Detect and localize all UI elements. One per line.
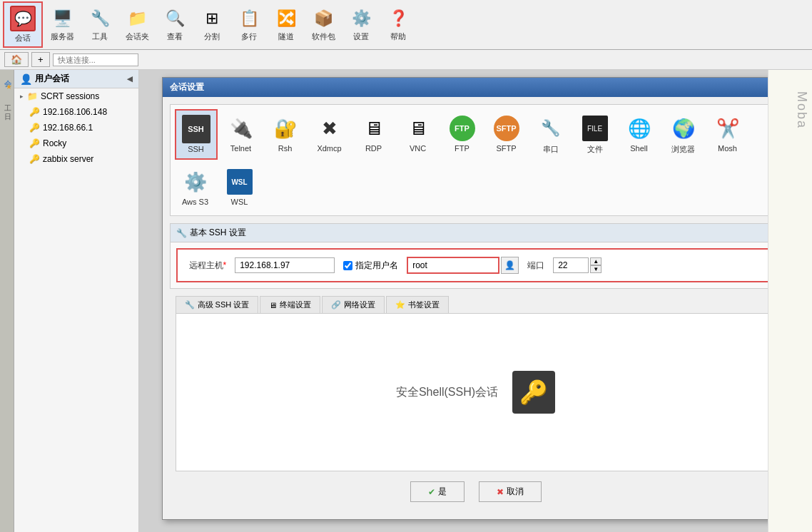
protocol-rsh[interactable]: 🔐 Rsh: [265, 109, 306, 160]
protocol-file[interactable]: FILE 文件: [574, 109, 616, 160]
quick-connect-input[interactable]: [53, 53, 138, 66]
port-down-button[interactable]: ▼: [590, 265, 602, 273]
key-icon-box: 🔑: [512, 371, 555, 414]
dialog-title: 会话设置: [170, 81, 204, 93]
protocol-sftp[interactable]: SFTP SFTP: [486, 109, 527, 160]
tab-content-area: 安全Shell(SSH)会话 🔑: [176, 313, 776, 471]
toolbar-packages[interactable]: 📦 软件包: [305, 4, 342, 46]
multi-exec-icon: 📋: [238, 7, 260, 30]
toolbar-tunnel[interactable]: 🔀 隧道: [268, 4, 304, 46]
sftp-icon: SFTP: [492, 114, 521, 143]
toolbar-session-folder-label: 会话夹: [126, 31, 149, 42]
toolbar-view[interactable]: 🔍 查看: [157, 4, 193, 46]
tab-center-content: 安全Shell(SSH)会话 🔑: [183, 321, 768, 464]
sftp-label: SFTP: [496, 144, 516, 153]
rdp-icon: 🖥: [360, 114, 388, 143]
protocol-xdmcp[interactable]: ✖ Xdmcp: [309, 109, 350, 160]
protocol-ftp[interactable]: FTP FTP: [442, 109, 483, 160]
home-button[interactable]: 🏠: [4, 52, 29, 67]
yes-label: 是: [438, 486, 447, 498]
protocol-ssh[interactable]: SSH SSH: [175, 109, 218, 160]
cancel-button[interactable]: ✖ 取消: [479, 481, 542, 502]
protocol-telnet[interactable]: 🔌 Telnet: [220, 109, 262, 160]
toolbar-server[interactable]: 🖥️ 服务器: [44, 4, 81, 46]
protocol-aws-s3[interactable]: ⚙️ Aws S3: [175, 163, 216, 211]
tree-item-192-106[interactable]: 🔑 192.168.106.148: [14, 104, 138, 120]
expand-icon: ▸: [20, 93, 24, 100]
yes-button[interactable]: ✔ 是: [410, 481, 465, 502]
protocol-vnc[interactable]: 🖥 VNC: [397, 109, 439, 160]
toolbar-session-folder[interactable]: 📁 会话夹: [119, 4, 156, 46]
browser-icon: 🌍: [669, 114, 698, 143]
tree-label-rocky: Rocky: [43, 138, 66, 148]
protocol-serial[interactable]: 🔧 串口: [530, 109, 572, 160]
ftp-icon: FTP: [448, 114, 477, 143]
toolbar-help[interactable]: ❓ 帮助: [380, 4, 416, 46]
toolbar-multi-exec[interactable]: 📋 多行: [231, 4, 267, 46]
tunnel-icon: 🔀: [275, 7, 298, 30]
packages-icon: 📦: [313, 7, 335, 30]
tree-item-rocky[interactable]: 🔑 Rocky: [14, 135, 138, 151]
collapse-button[interactable]: ◀: [127, 75, 133, 83]
tree-label-192-106: 192.168.106.148: [43, 107, 107, 117]
toolbar-settings[interactable]: ⚙️ 设置: [343, 4, 379, 46]
tree-label-192-66: 192.168.66.1: [43, 123, 93, 133]
telnet-icon: 🔌: [227, 114, 255, 143]
toolbar-split[interactable]: ⊞ 分割: [194, 4, 230, 46]
tree-item-scrt[interactable]: ▸ 📁 SCRT sessions: [14, 88, 138, 104]
tab-advanced-ssh[interactable]: 🔧 高级 SSH 设置: [176, 296, 259, 313]
sidebar-log-tab[interactable]: 日: [0, 103, 14, 112]
quickbar: 🏠 +: [0, 50, 812, 70]
basic-ssh-section: 🔧 基本 SSH 设置 远程主机* 指定用户名: [170, 223, 782, 289]
session-icon: 💬: [10, 6, 36, 31]
settings-tabs: 🔧 高级 SSH 设置 🖥 终端设置 🔗 网络设置 ⭐: [176, 296, 776, 313]
tree-item-zabbix[interactable]: 🔑 zabbix server: [14, 151, 138, 167]
username-field-wrap: 👤: [407, 257, 519, 274]
telnet-label: Telnet: [230, 144, 251, 153]
view-icon: 🔍: [163, 7, 186, 30]
username-input[interactable]: [407, 257, 499, 274]
session-panel-title: 用户会话: [35, 73, 69, 85]
user-icon-button[interactable]: 👤: [501, 257, 519, 274]
new-tab-button[interactable]: +: [31, 52, 50, 67]
tab-network[interactable]: 🔗 网络设置: [322, 296, 385, 313]
main-area: 会 ★ 工 日 👤 用户会话 ◀ ▸ 📁 SCRT sessions 🔑 192…: [0, 70, 812, 532]
key-icon: 🔑: [519, 379, 548, 406]
toolbar-session[interactable]: 💬 会话: [3, 1, 43, 48]
tab-terminal[interactable]: 🖥 终端设置: [260, 296, 320, 313]
tab-bookmark[interactable]: ⭐ 书签设置: [386, 296, 449, 313]
dialog-overlay: 会话设置 ✕ SSH SSH: [139, 70, 812, 532]
basic-ssh-header: 🔧 基本 SSH 设置: [171, 224, 781, 242]
port-field-wrap: ▲ ▼: [553, 257, 602, 273]
sidebar-star-tab[interactable]: ★: [0, 78, 14, 95]
vnc-label: VNC: [410, 144, 426, 153]
toolbar-view-label: 查看: [167, 31, 183, 42]
tree-item-192-66[interactable]: 🔑 192.168.66.1: [14, 120, 138, 135]
rsh-icon: 🔐: [271, 114, 300, 143]
protocol-shell[interactable]: 🌐 Shell: [619, 109, 660, 160]
tree-label-scrt: SCRT sessions: [41, 91, 99, 101]
toolbar-multi-exec-label: 多行: [241, 31, 257, 42]
ftp-label: FTP: [455, 144, 470, 153]
bookmark-tab-icon: ⭐: [395, 300, 405, 310]
tab-content-text: 安全Shell(SSH)会话: [396, 385, 498, 400]
port-input[interactable]: [553, 257, 589, 273]
sidebar-session-tab[interactable]: 会: [0, 70, 14, 78]
settings-icon: ⚙️: [350, 7, 372, 30]
wsl-icon: WSL: [225, 168, 254, 196]
protocol-wsl[interactable]: WSL WSL: [219, 163, 260, 211]
session-settings-dialog: 会话设置 ✕ SSH SSH: [162, 77, 790, 520]
protocol-browser[interactable]: 🌍 浏览器: [663, 109, 704, 160]
host-input[interactable]: [235, 257, 335, 273]
mosh-label: Mosh: [718, 144, 737, 153]
specify-username-checkbox[interactable]: [343, 261, 352, 270]
port-label: 端口: [527, 260, 544, 272]
port-up-button[interactable]: ▲: [590, 257, 602, 265]
sidebar-tools-tab[interactable]: 工: [0, 95, 14, 103]
toolbar-tools[interactable]: 🔧 工具: [82, 4, 118, 46]
toolbar-packages-label: 软件包: [312, 31, 335, 42]
key-icon-4: 🔑: [29, 153, 40, 165]
protocol-rdp[interactable]: 🖥 RDP: [353, 109, 395, 160]
advanced-ssh-tab-icon: 🔧: [185, 300, 195, 310]
protocol-mosh[interactable]: ✂️ Mosh: [707, 109, 748, 160]
